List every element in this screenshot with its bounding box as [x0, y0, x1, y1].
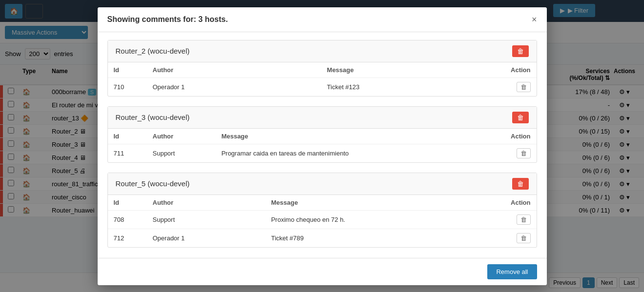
- delete-comment-button[interactable]: 🗑: [517, 233, 531, 243]
- modal-title: Showing comments for: 3 hosts.: [107, 15, 228, 24]
- col-author: Author: [147, 195, 266, 211]
- host-section-title: Router_2 (wocu-devel): [116, 47, 190, 55]
- host-section-router3: Router_3 (wocu-devel) 🗑 Id Author Messag…: [107, 106, 537, 163]
- modal-body: Router_2 (wocu-devel) 🗑 Id Author Messag…: [98, 32, 547, 265]
- comment-row: 711 Support Programar caida en tareas de…: [108, 144, 537, 162]
- host-section-title: Router_3 (wocu-devel): [116, 113, 190, 121]
- modal-close-button[interactable]: ×: [532, 15, 537, 24]
- col-id: Id: [108, 129, 147, 144]
- table-header-row: Id Author Message Action: [108, 62, 537, 78]
- col-action: Action: [498, 195, 537, 211]
- host-section-title: Router_5 (wocu-devel): [116, 179, 190, 188]
- comment-author: Operador 1: [147, 78, 321, 96]
- comment-id: 711: [108, 144, 147, 162]
- table-header-row: Id Author Message Action: [108, 195, 537, 211]
- comment-id: 708: [108, 210, 147, 229]
- col-id: Id: [108, 62, 147, 78]
- comments-modal: ⤢ Showing comments for: 3 hosts. × Route…: [98, 7, 547, 285]
- col-author: Author: [147, 129, 216, 144]
- col-id: Id: [108, 195, 147, 211]
- comment-row: 712 Operador 1 Ticket #789 🗑: [108, 229, 537, 247]
- col-message: Message: [215, 129, 497, 144]
- comment-author: Operador 1: [147, 229, 266, 247]
- trash-icon: 🗑: [517, 180, 524, 188]
- comment-id: 710: [108, 78, 147, 96]
- col-action: Action: [498, 62, 537, 78]
- trash-icon: 🗑: [517, 114, 524, 121]
- modal-footer: Remove all: [98, 258, 547, 285]
- comments-table: Id Author Message Action 711 Support Pro…: [108, 129, 537, 162]
- comment-author: Support: [147, 210, 266, 229]
- host-delete-all-button[interactable]: 🗑: [512, 178, 529, 190]
- comments-table: Id Author Message Action 710 Operador 1 …: [108, 62, 537, 96]
- host-section-header: Router_5 (wocu-devel) 🗑: [108, 173, 537, 195]
- modal-header: Showing comments for: 3 hosts. ×: [98, 7, 547, 32]
- col-message: Message: [265, 195, 497, 211]
- table-header-row: Id Author Message Action: [108, 129, 537, 144]
- comment-row: 708 Support Proximo chequeo en 72 h. 🗑: [108, 210, 537, 229]
- comment-message: Proximo chequeo en 72 h.: [265, 210, 497, 229]
- comment-row: 710 Operador 1 Ticket #123 🗑: [108, 78, 537, 96]
- col-action: Action: [498, 129, 537, 144]
- comment-message: Ticket #789: [265, 229, 497, 247]
- host-delete-all-button[interactable]: 🗑: [512, 45, 529, 57]
- comment-message: Programar caida en tareas de mantenimien…: [215, 144, 497, 162]
- host-section-router2: Router_2 (wocu-devel) 🗑 Id Author Messag…: [107, 40, 537, 97]
- col-author: Author: [147, 62, 321, 78]
- host-delete-all-button[interactable]: 🗑: [512, 112, 529, 123]
- host-section-router5: Router_5 (wocu-devel) 🗑 Id Author Messag…: [107, 173, 537, 248]
- host-section-header: Router_3 (wocu-devel) 🗑: [108, 107, 537, 129]
- comment-id: 712: [108, 229, 147, 247]
- remove-all-button[interactable]: Remove all: [487, 264, 537, 279]
- trash-icon: 🗑: [517, 47, 524, 55]
- col-message: Message: [321, 62, 498, 78]
- delete-comment-button[interactable]: 🗑: [517, 214, 531, 225]
- comment-message: Ticket #123: [321, 78, 498, 96]
- comments-table: Id Author Message Action 708 Support Pro…: [108, 195, 537, 247]
- delete-comment-button[interactable]: 🗑: [517, 82, 531, 92]
- comment-author: Support: [147, 144, 216, 162]
- host-section-header: Router_2 (wocu-devel) 🗑: [108, 40, 537, 62]
- delete-comment-button[interactable]: 🗑: [517, 148, 531, 158]
